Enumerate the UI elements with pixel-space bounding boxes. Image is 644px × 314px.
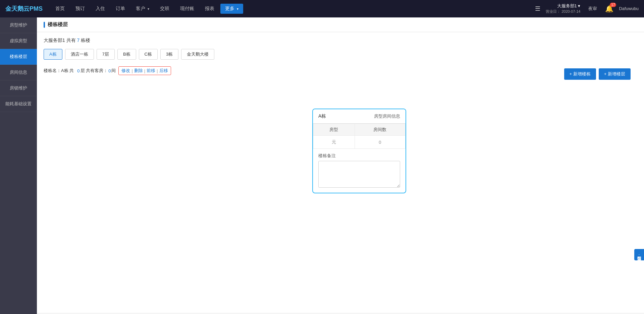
notification-badge: 17	[610, 3, 616, 7]
room-count: 0	[108, 68, 111, 73]
floating-service-button[interactable]: 数据汇报 · 在线服务	[634, 249, 644, 260]
add-buttons: + 新增楼栋 + 新增楼层	[564, 68, 631, 80]
tab-hotel-1[interactable]: 酒店一栋	[65, 49, 94, 60]
sidebar-item-room-type[interactable]: 房型维护	[0, 17, 37, 33]
username: Dafuwubu	[619, 6, 639, 11]
app-logo: 金天鹅云PMS	[5, 5, 43, 13]
page-header: 楼栋楼层	[37, 17, 644, 32]
building-count-info: 大服务部1 共有 7 栋楼	[44, 38, 637, 44]
modify-link[interactable]: 修改	[121, 68, 130, 74]
notification-bell[interactable]: 🔔 17	[605, 5, 613, 13]
dept-name[interactable]: 大服务部1 ▾	[546, 3, 580, 9]
room-suffix: 间	[111, 68, 116, 74]
building-count: 7	[77, 38, 80, 43]
building-card-room-info: 房型房间信息	[374, 113, 400, 119]
tab-golden-swan[interactable]: 金天鹅大楼	[181, 49, 214, 60]
main-layout: 房型维护 虚拟房型 楼栋楼层 房间信息 房锁维护 能耗基础设置 楼栋楼层 大服务…	[0, 17, 644, 314]
sidebar-item-building-floor[interactable]: 楼栋楼层	[0, 49, 37, 65]
nav-order[interactable]: 订单	[111, 4, 130, 14]
floor-info-bar: 楼栋名：A栋 共 0 层 共有客房： 0 间 修改 | 删除 | 前移 | 后移	[44, 66, 171, 75]
dept-info: 大服务部1 ▾ 营业日： 2020-07-14	[546, 3, 580, 14]
more-chevron: ▾	[237, 7, 238, 11]
add-building-button[interactable]: + 新增楼栋	[564, 68, 596, 80]
col-room-count: 房间数	[355, 124, 405, 136]
floor-suffix: 层 共有客房：	[80, 68, 108, 74]
add-floor-button[interactable]: + 新增楼层	[599, 68, 631, 80]
building-tabs: A栋 酒店一栋 7层 B栋 C栋 3栋 金天鹅大楼	[44, 49, 637, 60]
tab-a-building[interactable]: A栋	[44, 49, 62, 60]
room-count-cell: 0	[355, 136, 405, 149]
floor-info-prefix: 楼栋名：A栋 共	[44, 68, 74, 74]
sidebar-item-energy[interactable]: 能耗基础设置	[0, 96, 37, 112]
tab-b-building[interactable]: B栋	[117, 49, 136, 60]
notes-label: 楼栋备注	[318, 153, 400, 159]
card-container: A栋 房型房间信息 房型 房间数 元	[44, 82, 637, 182]
tab-7-floor[interactable]: 7层	[97, 49, 115, 60]
nav-more[interactable]: 更多 ▾	[220, 4, 243, 14]
top-navigation: 金天鹅云PMS 首页 预订 入住 订单 客户 ▾ 交班 现付账 报表 更多 ▾ …	[0, 0, 644, 17]
floor-info-row: 楼栋名：A栋 共 0 层 共有客房： 0 间 修改 | 删除 | 前移 | 后移	[44, 66, 637, 82]
menu-icon[interactable]: ☰	[535, 5, 540, 12]
page-title: 楼栋楼层	[48, 21, 68, 28]
main-content: 楼栋楼层 大服务部1 共有 7 栋楼 A栋 酒店一栋 7层 B栋 C栋 3栋 金…	[37, 17, 644, 314]
nav-cashpay[interactable]: 现付账	[175, 4, 199, 14]
right-area: ☰ 大服务部1 ▾ 营业日： 2020-07-14 夜审 🔔 17 Dafuwu…	[535, 3, 639, 14]
tab-c-building[interactable]: C栋	[139, 49, 158, 60]
building-card: A栋 房型房间信息 房型 房间数 元	[312, 109, 406, 193]
sidebar-item-room-info[interactable]: 房间信息	[0, 65, 37, 80]
tab-3-building[interactable]: 3栋	[160, 49, 178, 60]
nav-customer[interactable]: 客户 ▾	[131, 4, 154, 14]
nav-report[interactable]: 报表	[200, 4, 219, 14]
sidebar-item-virtual-room[interactable]: 虚拟房型	[0, 33, 37, 49]
delete-link[interactable]: 删除	[134, 68, 143, 74]
table-row: 元 0	[313, 136, 406, 149]
next-link[interactable]: 后移	[159, 68, 168, 74]
nav-shift[interactable]: 交班	[155, 4, 174, 14]
header-indicator	[44, 22, 45, 28]
nav-items: 首页 预订 入住 订单 客户 ▾ 交班 现付账 报表 更多 ▾	[51, 4, 535, 14]
content-area: 大服务部1 共有 7 栋楼 A栋 酒店一栋 7层 B栋 C栋 3栋 金天鹅大楼 …	[37, 32, 644, 313]
nav-reservation[interactable]: 预订	[71, 4, 90, 14]
building-card-table: 房型 房间数 元 0	[313, 124, 406, 149]
nav-home[interactable]: 首页	[51, 4, 69, 14]
floor-count: 0	[77, 68, 79, 73]
sidebar: 房型维护 虚拟房型 楼栋楼层 房间信息 房锁维护 能耗基础设置	[0, 17, 37, 314]
notes-textarea[interactable]	[318, 161, 400, 188]
building-card-notes: 楼栋备注	[313, 149, 406, 193]
room-type-cell: 元	[313, 136, 355, 149]
col-room-type: 房型	[313, 124, 355, 136]
customer-chevron: ▾	[148, 7, 149, 11]
building-card-name: A栋	[318, 113, 326, 119]
sidebar-item-lock[interactable]: 房锁维护	[0, 80, 37, 96]
action-links: 修改 | 删除 | 前移 | 后移	[118, 66, 171, 75]
nav-checkin[interactable]: 入住	[91, 4, 110, 14]
prev-link[interactable]: 前移	[147, 68, 155, 74]
building-card-header: A栋 房型房间信息	[313, 109, 406, 124]
night-audit-button[interactable]: 夜审	[586, 6, 600, 12]
biz-date: 营业日： 2020-07-14	[546, 9, 580, 14]
